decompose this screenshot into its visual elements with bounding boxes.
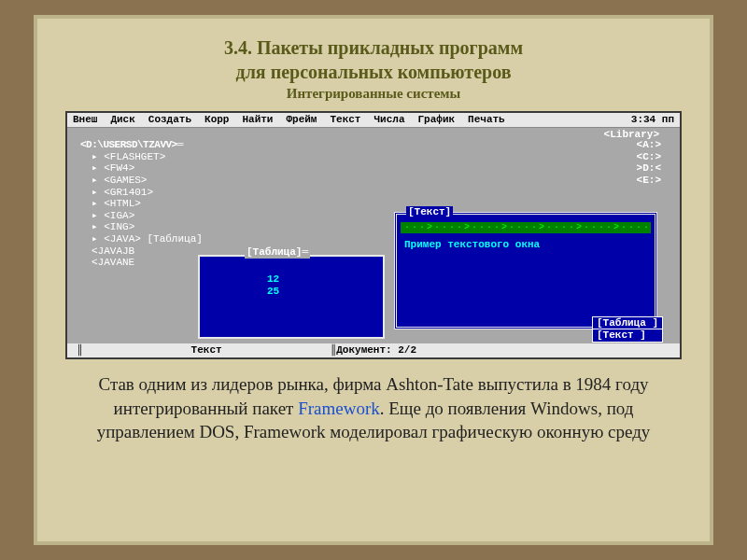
clock: 3:34 пп: [631, 114, 674, 126]
table-cell: 12: [267, 273, 383, 286]
status-center: Текст: [191, 344, 222, 357]
slide-frame: 3.4. Пакеты прикладных программ для перс…: [34, 15, 713, 545]
stack-tab[interactable]: [Текст ]: [592, 329, 663, 343]
dos-screenshot: Внеш Диск Создать Корр Найти Фрейм Текст…: [65, 111, 682, 359]
menu-item[interactable]: Диск: [110, 114, 134, 126]
title-line-1: 3.4. Пакеты прикладных программ: [56, 35, 691, 60]
stack-tab[interactable]: [Таблица ]: [592, 316, 663, 330]
slide-title-block: 3.4. Пакеты прикладных программ для перс…: [56, 35, 691, 102]
table-window-label: [Таблица]═: [245, 246, 310, 259]
menu-bar[interactable]: Внеш Диск Создать Корр Найти Фрейм Текст…: [67, 113, 680, 128]
text-window-body: Пример текстового окна: [397, 237, 655, 253]
status-left: ║: [77, 344, 83, 357]
file-item[interactable]: <IGA>: [92, 210, 360, 222]
file-item[interactable]: <FW4>: [92, 162, 360, 175]
file-item[interactable]: <GAMES>: [92, 175, 360, 187]
table-window[interactable]: [Таблица]═ 12 25: [198, 255, 385, 339]
file-item[interactable]: <FLASHGET>: [92, 151, 360, 163]
menu-item[interactable]: Печать: [468, 114, 505, 126]
file-item[interactable]: <HTML>: [92, 198, 360, 210]
file-item[interactable]: <JAVA> [Таблица]: [92, 233, 360, 245]
file-item[interactable]: <ING>: [92, 221, 360, 233]
status-bar: ║ Текст ║Документ: 2/2: [67, 343, 680, 357]
menu-item[interactable]: Фрейм: [286, 114, 317, 126]
table-cell: 25: [267, 286, 383, 298]
text-window-label: [Текст]: [406, 206, 453, 218]
title-line-2: для персональных компьютеров: [56, 60, 691, 84]
text-window[interactable]: [Текст] ···>····>····>····>····>····>···…: [394, 212, 657, 329]
title-sub: Интегрированные системы: [56, 86, 691, 102]
window-stack[interactable]: [Таблица ] [Текст ]: [592, 317, 663, 343]
current-path: <D:\USERSD\TZAVV>═: [80, 139, 360, 151]
menu-item[interactable]: Найти: [242, 114, 273, 126]
menu-item[interactable]: Текст: [330, 114, 360, 126]
menu-item[interactable]: Числа: [374, 114, 404, 126]
menu-item[interactable]: Корр: [204, 114, 229, 126]
drive-item[interactable]: <C:>: [637, 151, 661, 163]
drive-item[interactable]: <E:>: [637, 175, 661, 187]
dos-screen: Внеш Диск Создать Корр Найти Фрейм Текст…: [67, 113, 680, 357]
drive-item[interactable]: >D:<: [637, 162, 661, 175]
framework-link: Framework: [298, 399, 380, 418]
drive-list[interactable]: <A:> <C:> >D:< <E:>: [637, 139, 661, 187]
status-right: ║Документ: 2/2: [331, 344, 416, 357]
slide-paragraph: Став одним из лидеров рынка, фирма Ashto…: [73, 372, 674, 444]
menu-item[interactable]: График: [418, 114, 456, 126]
file-item[interactable]: <GR1401>: [92, 187, 360, 199]
file-list[interactable]: <FLASHGET> <FW4> <GAMES> <GR1401> <HTML>…: [80, 151, 360, 269]
ruler-bar: ···>····>····>····>····>····>····>····>·…: [401, 222, 651, 233]
drive-item[interactable]: <A:>: [637, 139, 661, 151]
menu-item[interactable]: Внеш: [73, 114, 97, 126]
menu-item[interactable]: Создать: [148, 114, 191, 126]
file-browser[interactable]: <D:\USERSD\TZAVV>═ <FLASHGET> <FW4> <GAM…: [80, 139, 360, 269]
